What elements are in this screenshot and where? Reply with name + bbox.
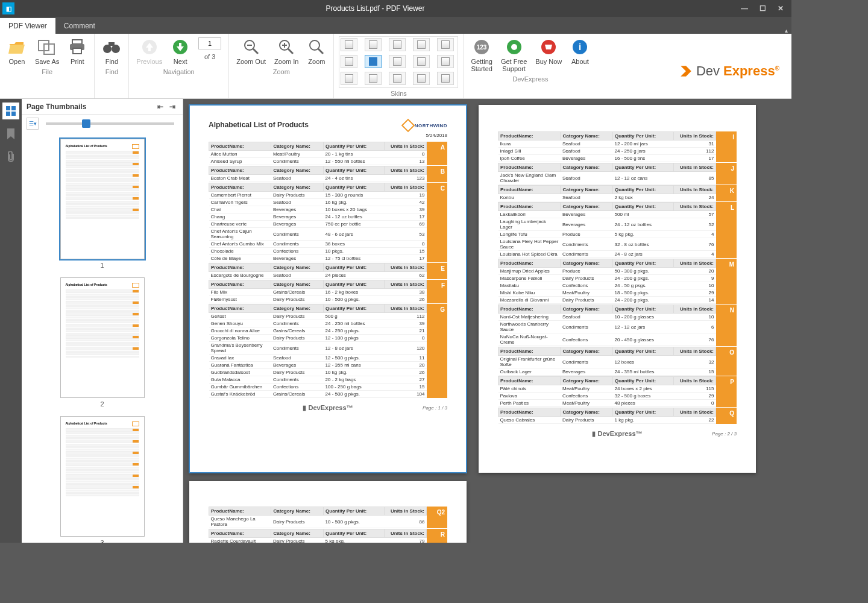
skin-option[interactable]: [413, 38, 430, 51]
zoom-out-button[interactable]: Zoom Out: [234, 36, 268, 66]
window-title: Products List.pdf - PDF Viewer: [14, 4, 736, 13]
thumbnail-page-2[interactable]: Alphabetical List of Products2: [60, 277, 145, 408]
footer-logo: ▮ DevExpress™: [303, 404, 353, 412]
buy-now-button[interactable]: Buy Now: [533, 36, 564, 66]
section-O: ProductName:Category Name:Quantity Per U…: [498, 347, 737, 376]
section-G: ProductName:Category Name:Quantity Per U…: [209, 304, 447, 398]
maximize-button[interactable]: ☐: [754, 2, 771, 14]
table-row: Longlife TofuProduce5 kg pkg.4: [498, 231, 716, 238]
section-Q: ProductName:Category Name:Quantity Per U…: [498, 408, 737, 424]
previous-button[interactable]: Previous: [134, 36, 165, 66]
skin-option[interactable]: [413, 55, 430, 68]
page-counter: Page : 2 / 3: [712, 431, 737, 437]
thumbnail-page-1[interactable]: Alphabetical List of Products1: [60, 139, 145, 269]
svg-line-11: [253, 49, 258, 54]
viewer-area[interactable]: Alphabetical List of Products NORTHWIND …: [183, 99, 791, 543]
northwind-logo: NORTHWIND: [403, 121, 447, 130]
side-tabs: [0, 99, 22, 543]
pdf-page-1[interactable]: Alphabetical List of Products NORTHWIND …: [189, 105, 467, 473]
page-number-input[interactable]: [198, 37, 221, 49]
print-button[interactable]: Print: [65, 36, 89, 66]
section-F: ProductName:Category Name:Quantity Per U…: [209, 280, 447, 303]
zoom-button[interactable]: Zoom: [304, 36, 329, 66]
table-row: Louisiana Fiery Hot Pepper SauceCondimen…: [498, 238, 716, 251]
skin-option[interactable]: [341, 38, 357, 51]
skin-option[interactable]: [365, 72, 382, 85]
skin-option[interactable]: [437, 38, 454, 51]
minimize-button[interactable]: —: [736, 2, 753, 14]
svg-point-6: [112, 45, 120, 53]
tab-pdf-viewer[interactable]: PDF Viewer: [0, 18, 55, 34]
find-button[interactable]: Find: [99, 36, 124, 66]
thumbnail-size-slider[interactable]: [46, 122, 174, 125]
thumbnail-page-3[interactable]: Alphabetical List of Products3: [60, 416, 145, 543]
table-row: ChocoladeConfections10 pkgs.15: [209, 248, 427, 255]
about-button[interactable]: i About: [568, 36, 592, 66]
save-as-button[interactable]: Save As: [33, 36, 61, 66]
table-row: Nord-Ost MatjesheringSeafood10 - 200 g g…: [498, 314, 716, 321]
table-row: Raclette CourdavaultDairy Products5 kg p…: [209, 538, 427, 543]
pdf-page-2[interactable]: ProductName:Category Name:Quantity Per U…: [479, 105, 756, 473]
devexpress-logo: DevExpress®: [667, 34, 791, 98]
table-row: MaxilakuConfections24 - 50 g pkgs.10: [498, 282, 716, 289]
skin-option[interactable]: [437, 72, 454, 85]
letter-tab: J: [716, 163, 737, 185]
skin-option[interactable]: [341, 72, 357, 85]
skin-option[interactable]: [413, 72, 430, 85]
skin-option[interactable]: [389, 55, 406, 68]
title-bar: ◧ Products List.pdf - PDF Viewer — ☐ ✕: [0, 0, 791, 17]
section-J: ProductName:Category Name:Quantity Per U…: [498, 163, 737, 185]
collapse-ribbon-icon[interactable]: ▴: [785, 27, 788, 34]
table-row: Queso CabralesDairy Products1 kg pkg.22: [498, 417, 716, 424]
skin-option-selected[interactable]: [365, 55, 382, 68]
table-row: Camembert PierrotDairy Products15 - 300 …: [209, 192, 427, 199]
letter-tab: I: [716, 131, 737, 162]
bookmarks-tab[interactable]: [2, 125, 19, 142]
tab-comment[interactable]: Comment: [55, 18, 104, 34]
skin-option[interactable]: [437, 55, 454, 68]
collapse-left-icon[interactable]: ⇤: [155, 101, 166, 112]
section-I: ProductName:Category Name:Quantity Per U…: [498, 131, 737, 162]
letter-tab: L: [716, 202, 737, 258]
table-row: Perth PastiesMeat/Poultry48 pieces0: [498, 400, 716, 407]
table-row: Mishi Kobe NikuMeat/Poultry18 - 500 g pk…: [498, 289, 716, 297]
table-row: Laughing Lumberjack LagerBeverages24 - 1…: [498, 218, 716, 231]
table-row: Gorgonzola TelinoDairy Products12 - 100 …: [209, 335, 427, 342]
table-row: Northwoods Cranberry SauceCondiments12 -…: [498, 321, 716, 333]
close-button[interactable]: ✕: [772, 2, 789, 14]
table-row: FløtemysostDairy Products10 - 500 g pkgs…: [209, 296, 427, 303]
skins-gallery[interactable]: [339, 36, 458, 88]
get-free-support-button[interactable]: Get Free Support: [498, 36, 529, 74]
skin-option[interactable]: [365, 38, 382, 51]
zoom-in-button[interactable]: Zoom In: [272, 36, 301, 66]
attachments-tab[interactable]: [2, 148, 19, 165]
open-button[interactable]: Open: [5, 36, 29, 66]
next-button[interactable]: Next: [168, 36, 192, 66]
app-icon: ◧: [2, 2, 14, 14]
expand-right-icon[interactable]: ⇥: [167, 101, 178, 112]
slider-handle[interactable]: [82, 119, 90, 128]
pdf-page-3[interactable]: ProductName:Category Name:Quantity Per U…: [189, 481, 467, 543]
table-row: Queso Manchego La PastoraDairy Products1…: [209, 516, 427, 528]
getting-started-button[interactable]: 123 Getting Started: [468, 36, 494, 74]
thumbnails-tab[interactable]: [2, 103, 19, 119]
section-B: ProductName:Category Name:Quantity Per U…: [209, 166, 447, 182]
table-row: Genen ShouyuCondiments24 - 250 ml bottle…: [209, 320, 427, 327]
arrow-down-icon: [171, 37, 190, 57]
table-row: Gnocchi di nonna AliceGrains/Cereals24 -…: [209, 327, 427, 335]
info-icon: i: [570, 37, 590, 57]
skin-option[interactable]: [389, 72, 406, 85]
table-row: Chef Anton's Cajun SeasoningCondiments48…: [209, 228, 427, 241]
table-row: Aniseed SyrupCondiments12 - 550 ml bottl…: [209, 158, 427, 165]
ribbon: Open Save As Print File: [0, 34, 791, 99]
table-row: KonbuSeafood2 kg box24: [498, 194, 716, 201]
skin-option[interactable]: [341, 55, 357, 68]
svg-point-17: [310, 40, 319, 50]
group-label-find: Find: [99, 66, 124, 77]
skin-option[interactable]: [389, 38, 406, 51]
support-icon: [505, 37, 524, 57]
table-row: NuNuCa Nuß-Nougat-CremeConfections20 - 4…: [498, 333, 716, 346]
table-row: Gustaf's KnäckebrödGrains/Cereals24 - 50…: [209, 391, 427, 398]
letter-tab: N: [716, 305, 737, 346]
thumbnail-options-button[interactable]: ☰▾: [27, 118, 39, 130]
